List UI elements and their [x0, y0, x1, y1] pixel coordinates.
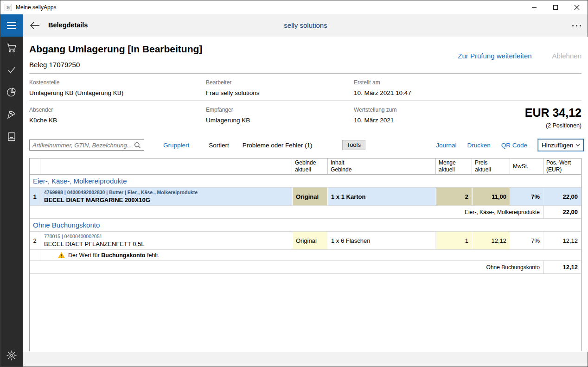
sidebar-item-tasks[interactable] [0, 59, 23, 81]
col-inhalt: Inhalt Gebinde [328, 158, 436, 174]
check-icon [6, 64, 18, 76]
field-value: Umlagerung KB (Umlagerung KB) [29, 89, 123, 96]
sidebar-nav [0, 37, 23, 367]
cell-inhalt: 1 x 6 Flaschen [328, 232, 436, 249]
gear-icon [6, 350, 17, 361]
field-value: Frau selly solutions [206, 89, 260, 96]
field-kostenstelle: Kostenstelle Umlagerung KB (Umlagerung K… [29, 79, 123, 96]
problems-filter[interactable]: Probleme oder Fehler (1) [243, 142, 313, 149]
field-value: 10. März 2021 10:47 [354, 89, 411, 96]
title-bar: W Meine sellyApps [0, 0, 588, 14]
pie-chart-icon [6, 86, 18, 98]
maximize-button[interactable] [545, 0, 566, 14]
field-absender: Absender Küche KB [29, 107, 57, 124]
app-center-title: selly solutions [284, 21, 327, 29]
back-arrow-icon [30, 21, 40, 30]
sidebar-item-orders[interactable] [0, 37, 23, 59]
journal-link[interactable]: Journal [436, 142, 456, 149]
hamburger-icon [7, 22, 16, 23]
sorted-toggle[interactable]: Sortiert [209, 142, 229, 149]
cell-inhalt: 1 x 1 Karton [328, 188, 436, 205]
total-positions: (2 Positionen) [525, 122, 582, 129]
print-link[interactable]: Drucken [467, 142, 490, 149]
cell-gebinde: Original [292, 188, 328, 205]
back-button[interactable] [28, 19, 41, 32]
cell-menge: 1 [436, 232, 472, 249]
app-bar: Belegdetails selly solutions [0, 14, 588, 37]
article-name: BECEL DIAET PFLANZENFETT 0,5L [44, 240, 288, 247]
cell-mwst: 7% [510, 188, 543, 205]
cell-gebinde: Original [292, 232, 328, 249]
sidebar-item-menuplan[interactable] [0, 103, 23, 126]
reject-button[interactable]: Ablehnen [552, 52, 582, 60]
table-row[interactable]: 1 4769998 | 04000492002830 | Butter | Ei… [30, 188, 581, 206]
qr-code-link[interactable]: QR Code [501, 142, 527, 149]
col-poswert: Pos.-Wert (EUR) [543, 158, 581, 174]
bottom-bar [23, 352, 588, 367]
book-icon [6, 131, 18, 143]
cell-preis: 11,00 [472, 188, 510, 205]
row-warning: Der Wert für Buchungskonto fehlt. [30, 250, 581, 261]
col-menge: Menge aktuell [436, 158, 472, 174]
document-number: Beleg 17079250 [29, 61, 80, 69]
list-toolbar: Gruppiert Sortiert Probleme oder Fehler … [29, 139, 584, 151]
field-label: Erstellt am [354, 79, 411, 86]
chevron-down-icon [575, 144, 580, 146]
field-wertstellung: Wertstellung zum 10. März 2021 [354, 107, 396, 124]
app-window: W Meine sellyApps Belegdetails selly sol… [0, 0, 588, 367]
field-value: Küche KB [29, 117, 57, 124]
positions-table: Gebinde aktuell Inhalt Gebinde Menge akt… [29, 158, 582, 351]
grouped-toggle[interactable]: Gruppiert [163, 142, 189, 149]
divider [29, 101, 582, 101]
cell-menge: 2 [436, 188, 472, 205]
sidebar-item-reports[interactable] [0, 81, 23, 103]
sidebar-item-recipes[interactable] [0, 126, 23, 148]
field-label: Wertstellung zum [354, 107, 396, 113]
sidebar-item-settings[interactable] [0, 344, 23, 367]
article-name: BECEL DIAET MARGARINE 200X10G [44, 196, 288, 203]
app-logo-icon: W [5, 4, 12, 11]
add-dropdown-label: Hinzufügen [542, 142, 573, 149]
subtotal-label: Ohne Buchungskonto [30, 261, 543, 273]
document-actions: Zur Prüfung weiterleiten Ablehnen [458, 52, 582, 60]
cell-preis: 12,12 [472, 232, 510, 249]
document-title: Abgang Umlagerung [In Bearbeitung] [29, 44, 202, 55]
pizza-icon [6, 108, 18, 120]
cell-mwst: 7% [510, 232, 543, 249]
col-gebinde: Gebinde aktuell [292, 158, 328, 174]
cell-poswert: 22,00 [543, 188, 581, 205]
group-subtotal-row: Eier-, Käse-, Molkereiprodukte 22,00 [30, 206, 581, 219]
minimize-button[interactable] [524, 0, 545, 14]
col-rownum [30, 158, 40, 174]
col-description [40, 158, 292, 174]
subtotal-label: Eier-, Käse-, Molkereiprodukte [30, 206, 543, 218]
row-number: 2 [30, 232, 40, 249]
field-value: Umlagerung KB [206, 117, 250, 124]
window-title: Meine sellyApps [16, 4, 56, 11]
total-amount: EUR 34,12 [525, 106, 582, 120]
more-button[interactable] [572, 22, 581, 29]
search-input[interactable] [32, 142, 134, 149]
forward-for-review-button[interactable]: Zur Prüfung weiterleiten [458, 52, 531, 60]
total-block: EUR 34,12 (2 Positionen) [525, 106, 582, 129]
cell-poswert: 12,12 [543, 232, 581, 249]
page-title: Belegdetails [48, 21, 88, 29]
close-button[interactable] [566, 0, 588, 14]
window-controls [524, 0, 588, 14]
field-label: Bearbeiter [206, 79, 260, 86]
add-dropdown[interactable]: Hinzufügen [538, 139, 584, 151]
table-row[interactable]: 2 770015 | 04000400002051 BECEL DIAET PF… [30, 232, 581, 250]
warning-icon [58, 252, 65, 258]
toolbar-right: Journal Drucken QR Code Hinzufügen [436, 139, 584, 151]
group-header[interactable]: Ohne Buchungskonto [30, 219, 581, 232]
field-bearbeiter: Bearbeiter Frau selly solutions [206, 79, 260, 96]
search-box [29, 139, 144, 151]
warning-text: Der Wert für Buchungskonto fehlt. [68, 252, 160, 259]
table-header-row: Gebinde aktuell Inhalt Gebinde Menge akt… [30, 158, 581, 175]
field-value: 10. März 2021 [354, 117, 396, 124]
tools-button[interactable]: Tools [342, 140, 365, 150]
hamburger-menu-button[interactable] [0, 14, 23, 37]
field-erstellt-am: Erstellt am 10. März 2021 10:47 [354, 79, 411, 96]
group-header[interactable]: Eier-, Käse-, Molkereiprodukte [30, 175, 581, 188]
maximize-icon [553, 5, 558, 10]
